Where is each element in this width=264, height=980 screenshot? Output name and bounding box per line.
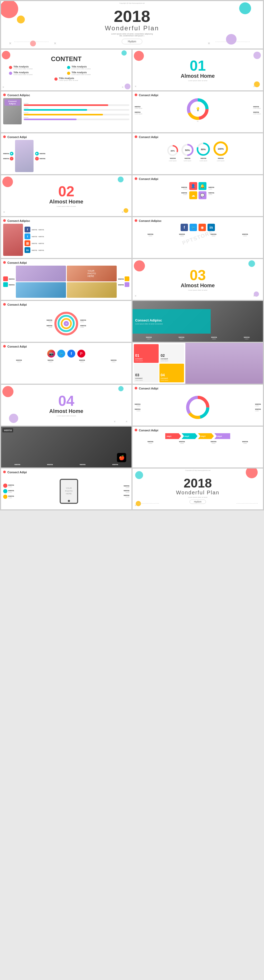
slide-6-person: Consect Adipi wanna ▶ wanna ✓ xyxy=(1,133,131,174)
arrow3-label: step3 xyxy=(201,435,205,437)
slide6-right: ▶ wanna ✓ wanna xyxy=(35,140,45,172)
slide9-right: wannaLorem wannaLorem xyxy=(208,186,214,195)
slide16-title: Consect Adipi xyxy=(3,345,130,348)
s6-row1: wanna ▶ xyxy=(3,152,13,156)
bar2-label: wanna xyxy=(24,107,130,109)
slide9-icons: 👤 🔔 ☁ 💬 xyxy=(189,182,206,199)
slide11-title: Consect Adipisc xyxy=(134,219,261,223)
s22-l1: wannaLorem xyxy=(3,484,14,488)
row-11: wanna wanna wanna wanna wanna 🍎 Consect … xyxy=(1,426,263,468)
slide-16-instagram: Consect Adipi 📷 🐦 f P wannaLorem wannaLo… xyxy=(1,343,131,384)
s6-icon4: ✓ xyxy=(35,157,39,161)
slide12-body: wanna wanna YOURPHOTOHERE xyxy=(3,266,130,298)
slide5-right: wannaLorem ipsum wannaLorem ipsum xyxy=(253,106,261,115)
blob-red-s4 xyxy=(3,94,6,96)
slide14-body: wannaLorem wannaLorem ⚙ wannaLorem wanna… xyxy=(3,307,130,340)
slide13-desc: Lorem ipsum dolor sit amet xyxy=(188,290,207,291)
s20-w4: wanna xyxy=(112,463,118,465)
bar4: wanna xyxy=(24,117,130,120)
slide3-desc: Lorem ipsum dolor sit amet xyxy=(188,80,207,81)
slide-9-grid: Consect Adipi wannaLorem wannaLorem 👤 🔔 … xyxy=(133,175,263,216)
slide3-num: 01 xyxy=(190,59,206,73)
s22-i1 xyxy=(3,484,7,488)
s12-r2: wanna xyxy=(118,282,130,287)
content-text-1: Title AnalysisLorem ipsum dolor sit amet xyxy=(13,65,32,70)
ring-100: 100% wanna Lorem ipsum xyxy=(213,141,229,162)
row-12: Consect Adipi wannaLorem wannaLorem wann… xyxy=(1,469,263,509)
ring30-sub: Lorem ipsum xyxy=(169,160,177,162)
s5-wanna3: wannaLorem ipsum xyxy=(253,106,261,109)
s12-w2: wanna xyxy=(9,284,14,286)
social-label1: wanna xyxy=(32,229,37,231)
ring-50: 50% wanna Lorem ipsum xyxy=(181,143,194,162)
instagram-icon: 📷 xyxy=(47,350,55,358)
s6-w1: wanna xyxy=(3,153,9,154)
row-6: Consect Adipisc f wanna wanna t wanna wa… xyxy=(1,217,263,258)
svg-text:100%: 100% xyxy=(218,148,224,150)
social-label5: wanna xyxy=(32,242,37,244)
final-title: Wonderful Plan xyxy=(176,490,219,496)
s22-r3: wannaLorem xyxy=(123,494,130,498)
slide-14-circles: Consect Adipi wannaLorem wannaLorem ⚙ wa… xyxy=(1,301,131,342)
arrow-1: step1 xyxy=(165,433,181,439)
slide22-body: wannaLorem wannaLorem wannaLorem xyxy=(3,475,130,507)
s12-i1 xyxy=(3,277,8,281)
ring50-sub: Lorem ipsum xyxy=(184,160,191,162)
slide21-labels: wannaLorem wannaLorem wannaLorem wannaLo… xyxy=(134,441,261,444)
blob-cyan-02 xyxy=(118,177,123,182)
tablet-screen: YOURPHOTOHERE xyxy=(64,486,74,496)
blob-red-s9 xyxy=(134,177,137,180)
grid-02: 02 consect Lorem ipsum xyxy=(160,344,184,363)
slide7-title: Consect Adipi xyxy=(134,135,261,138)
s11-w1: wannaLorem xyxy=(147,233,154,237)
title-button[interactable]: Hydom xyxy=(122,39,142,44)
slide12-left: wanna wanna xyxy=(3,266,14,298)
blob-red-s14 xyxy=(3,303,6,305)
deco-x-content2: × xyxy=(122,85,123,89)
s22-i3 xyxy=(3,495,7,499)
s5-wanna4: wannaLorem ipsum xyxy=(253,111,261,115)
s22-r2: wannaLorem xyxy=(123,490,130,493)
teal-band: Consect Adipisc Lorem ipsum dolor sit am… xyxy=(133,309,211,334)
arrow4-label: step4 xyxy=(217,435,222,437)
blob-red-s5 xyxy=(134,94,137,96)
deco-x-03b: × xyxy=(253,294,255,298)
slide22-left: wannaLorem wannaLorem wannaLorem xyxy=(3,484,14,499)
bar4-label: wanna xyxy=(24,117,130,118)
svg-text:30%: 30% xyxy=(171,150,175,152)
bar2-bg xyxy=(24,109,130,111)
row-5: × × 02 Almost Home Lorem ipsum dolor sit… xyxy=(1,175,263,216)
slide5-title: Consect Adipi xyxy=(134,94,261,97)
ring-30: 30% wanna Lorem ipsum xyxy=(167,145,179,162)
arrow1-label: step1 xyxy=(166,435,171,437)
ring-80-svg: 80% xyxy=(196,142,211,156)
blob-cyan-03 xyxy=(248,260,255,267)
s20-w2: wanna xyxy=(47,463,53,465)
arrow-4: step4 xyxy=(214,433,230,439)
blob-red-s11 xyxy=(134,219,137,222)
icon-chat: 💬 xyxy=(198,191,206,199)
ring100-sub: Lorem ipsum xyxy=(217,160,225,162)
slide5-chart: 💡 02 xyxy=(144,98,251,122)
slide-12-collage: Consect Adipi wanna wanna YOURPHO xyxy=(1,259,131,300)
s22-r1: wannaLorem xyxy=(123,485,130,488)
rss-icon: ▥ xyxy=(24,240,30,246)
content-item-5-row: Title AnalysisLorem ipsum dolor sit amet xyxy=(4,77,129,81)
content-dot-2 xyxy=(67,66,70,69)
photo-br xyxy=(67,282,117,298)
slide16-labels: wannaLorem wannaLorem wannaLorem wannaLo… xyxy=(3,359,130,363)
final-btn[interactable]: Hydom xyxy=(190,500,206,504)
deco-x-01a: × xyxy=(134,84,136,88)
fb-icon: f xyxy=(24,227,30,232)
final-dash-right xyxy=(237,503,258,504)
blob-red-s21 xyxy=(134,429,137,431)
s6-icon3: ▶ xyxy=(35,152,39,156)
bar2-fill xyxy=(24,109,87,111)
slide-5-pie: Consect Adipi wannaLorem ipsum wannaLore… xyxy=(133,91,263,132)
content-item-5: Title AnalysisLorem ipsum dolor sit amet xyxy=(54,77,78,81)
pie-chart-svg: 💡 xyxy=(187,98,209,121)
s16-w1: wannaLorem xyxy=(16,359,22,363)
bar3-bg xyxy=(24,114,130,115)
ring-50-svg: 50% xyxy=(181,143,194,156)
icon-bell: 🔔 xyxy=(198,182,206,190)
